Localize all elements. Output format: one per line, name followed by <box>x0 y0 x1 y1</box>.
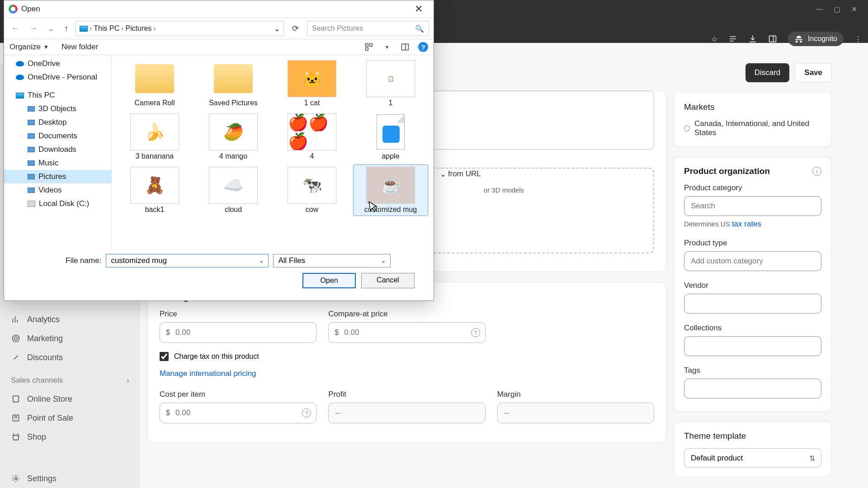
tax-rates-link[interactable]: tax rates <box>732 220 761 228</box>
cost-input[interactable] <box>160 403 316 423</box>
file-item-apple[interactable]: apple <box>353 111 428 163</box>
help-icon[interactable]: ? <box>418 42 428 52</box>
store-icon <box>11 394 21 404</box>
view-mode-button[interactable] <box>364 42 374 52</box>
file-type-filter[interactable]: All Files ⌄ <box>273 254 391 267</box>
file-item-1[interactable]: 📋1 <box>353 58 428 109</box>
theme-select[interactable]: Default product <box>684 448 821 468</box>
breadcrumb-folder[interactable]: Pictures <box>126 24 152 33</box>
profit-input[interactable] <box>328 403 485 423</box>
forward-button[interactable]: → <box>27 23 40 34</box>
sidebar-item-marketing[interactable]: Marketing <box>0 329 140 348</box>
tree-item-pictures[interactable]: Pictures <box>4 170 111 183</box>
help-icon[interactable]: ? <box>471 328 480 337</box>
tree-item-downloads[interactable]: Downloads <box>4 143 111 156</box>
vendor-label: Vendor <box>684 281 821 290</box>
charge-tax-checkbox[interactable] <box>160 352 169 361</box>
incognito-badge[interactable]: Incognito <box>788 32 844 46</box>
tree-item-local-disk[interactable]: Local Disk (C:) <box>4 197 111 211</box>
folder-icon <box>28 120 35 125</box>
file-item-cow[interactable]: 🐄cow <box>274 164 349 216</box>
sidebar-heading-sales[interactable]: Sales channels › <box>0 367 140 389</box>
file-item-1-cat[interactable]: 🐱1 cat <box>274 58 349 109</box>
breadcrumb[interactable]: › This PC › Pictures › ⌄ <box>75 21 284 36</box>
window-close-button[interactable]: ✕ <box>851 5 857 14</box>
tree-item-onedrive[interactable]: OneDrive <box>4 57 111 70</box>
sidebar-item-analytics[interactable]: Analytics <box>0 310 140 329</box>
sidebar-item-shop[interactable]: Shop <box>0 427 140 446</box>
vendor-input[interactable] <box>684 294 821 314</box>
file-grid[interactable]: Camera Roll Saved Pictures 🐱1 cat 📋1 🍌3 … <box>112 55 434 249</box>
star-icon[interactable]: ☆ <box>711 35 717 43</box>
file-item-back1[interactable]: 🧸back1 <box>117 164 192 216</box>
type-input[interactable] <box>684 251 821 271</box>
file-item-banana[interactable]: 🍌3 bananana <box>117 111 192 163</box>
close-icon[interactable]: ✕ <box>408 3 429 15</box>
recent-dropdown[interactable]: ⌄ <box>45 23 57 34</box>
incognito-label: Incognito <box>808 35 837 43</box>
file-item-cloud[interactable]: ☁️cloud <box>196 164 271 216</box>
tree-item-desktop[interactable]: Desktop <box>4 116 111 129</box>
svg-rect-6 <box>370 44 373 47</box>
cancel-button[interactable]: Cancel <box>361 273 415 288</box>
file-item-camera-roll[interactable]: Camera Roll <box>117 58 192 109</box>
discard-button[interactable]: Discard <box>745 63 790 82</box>
save-button[interactable]: Save <box>795 63 832 82</box>
help-icon[interactable]: ? <box>302 408 311 418</box>
folder-tree[interactable]: OneDrive OneDrive - Personal This PC 3D … <box>4 55 112 249</box>
chevron-down-icon: ⌄ <box>381 258 386 264</box>
sidebar-label: Marketing <box>27 334 63 343</box>
tree-item-onedrive-personal[interactable]: OneDrive - Personal <box>4 70 111 84</box>
tree-item-3d-objects[interactable]: 3D Objects <box>4 102 111 116</box>
file-item-customized-mug[interactable]: ☕customized mug <box>353 164 428 216</box>
breadcrumb-dropdown-icon[interactable]: ⌄ <box>274 24 280 33</box>
preview-pane-button[interactable] <box>400 42 410 52</box>
filename-input[interactable]: customized mug ⌄ <box>106 254 269 267</box>
refresh-button[interactable]: ⟳ <box>288 23 302 33</box>
markets-radio[interactable] <box>684 126 690 131</box>
new-folder-button[interactable]: New folder <box>61 42 98 52</box>
panel-icon[interactable] <box>768 34 777 43</box>
file-item-mango[interactable]: 🥭4 mango <box>196 111 271 163</box>
folder-icon <box>28 133 35 139</box>
view-dropdown-icon[interactable]: ▼ <box>382 42 392 52</box>
open-button[interactable]: Open <box>302 273 356 288</box>
category-search-input[interactable] <box>684 196 821 216</box>
dialog-title: Open <box>21 5 40 14</box>
dialog-toolbar: Organize ▼ New folder ▼ ? <box>4 39 434 55</box>
tree-item-this-pc[interactable]: This PC <box>4 89 111 102</box>
compare-label: Compare-at price <box>328 310 485 319</box>
sidebar-item-pos[interactable]: Point of Sale <box>0 408 140 427</box>
page-header-actions: Discard Save <box>745 63 832 82</box>
file-item-saved-pictures[interactable]: Saved Pictures <box>196 58 271 109</box>
dialog-nav: ← → ⌄ ↑ › This PC › Pictures › ⌄ ⟳ Searc… <box>4 18 434 39</box>
chevron-down-icon[interactable]: ⌄ <box>259 258 264 264</box>
sidebar-item-online-store[interactable]: Online Store <box>0 389 140 408</box>
search-input[interactable]: Search Pictures 🔍 <box>307 21 429 36</box>
tree-item-documents[interactable]: Documents <box>4 129 111 143</box>
kebab-icon[interactable]: ⋮ <box>854 35 862 43</box>
sidebar-item-discounts[interactable]: Discounts <box>0 348 140 367</box>
file-item-4[interactable]: 🍎🍎🍎4 <box>274 111 349 163</box>
sidebar-item-settings[interactable]: Settings <box>0 469 140 488</box>
back-button[interactable]: ← <box>9 23 22 34</box>
reading-list-icon[interactable] <box>728 34 737 43</box>
folder-icon <box>28 174 35 179</box>
tree-item-videos[interactable]: Videos <box>4 183 111 197</box>
tags-input[interactable] <box>684 379 821 399</box>
compare-input[interactable] <box>328 322 485 343</box>
collections-input[interactable] <box>684 336 821 356</box>
price-input[interactable] <box>160 322 316 343</box>
up-button[interactable]: ↑ <box>61 23 71 34</box>
intl-pricing-link[interactable]: Manage international pricing <box>160 369 256 378</box>
minimize-button[interactable]: — <box>816 5 823 13</box>
margin-input[interactable] <box>497 403 654 423</box>
organize-menu[interactable]: Organize ▼ <box>9 42 49 52</box>
search-placeholder: Search Pictures <box>312 24 363 33</box>
breadcrumb-pc[interactable]: This PC <box>94 24 119 33</box>
maximize-button[interactable]: ▢ <box>834 5 840 14</box>
from-url-text[interactable]: from URL <box>448 169 481 179</box>
download-icon[interactable] <box>748 34 757 43</box>
tree-item-music[interactable]: Music <box>4 156 111 170</box>
info-icon[interactable]: i <box>812 167 821 176</box>
